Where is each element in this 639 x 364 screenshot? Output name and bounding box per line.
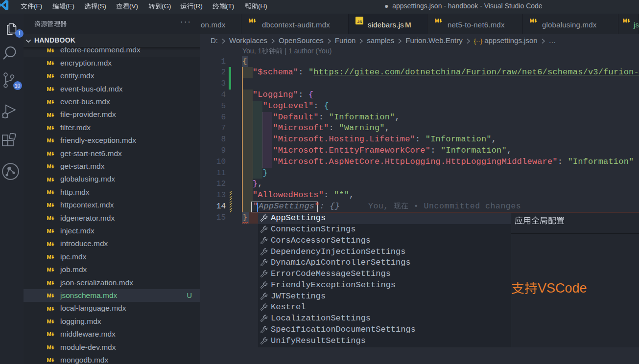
svg-text:M: M [47,86,51,92]
svg-text:M: M [47,60,51,66]
svg-text:M: M [47,163,51,169]
svg-text:M: M [47,357,51,363]
svg-text:M: M [47,344,51,350]
svg-text:M: M [47,318,51,324]
svg-text:M: M [249,18,253,23]
svg-text:M: M [47,189,51,195]
svg-text:M: M [47,112,51,118]
svg-text:M: M [47,215,51,221]
svg-text:M: M [623,18,627,23]
svg-text:M: M [47,306,51,312]
svg-text:M: M [435,18,439,23]
svg-text:M: M [47,228,51,234]
svg-text:M: M [47,332,51,338]
svg-text:M: M [47,293,51,298]
svg-text:M: M [47,241,51,247]
svg-text:M: M [47,177,51,182]
svg-text:M: M [47,73,51,79]
svg-text:M: M [530,18,534,23]
svg-text:M: M [47,125,51,131]
svg-text:M: M [47,151,51,157]
svg-text:M: M [47,280,51,286]
svg-text:M: M [47,254,51,260]
svg-text:M: M [47,138,51,144]
svg-text:M: M [47,267,51,273]
svg-text:M: M [47,99,51,105]
svg-text:JS: JS [357,19,362,23]
svg-text:M: M [47,203,51,208]
